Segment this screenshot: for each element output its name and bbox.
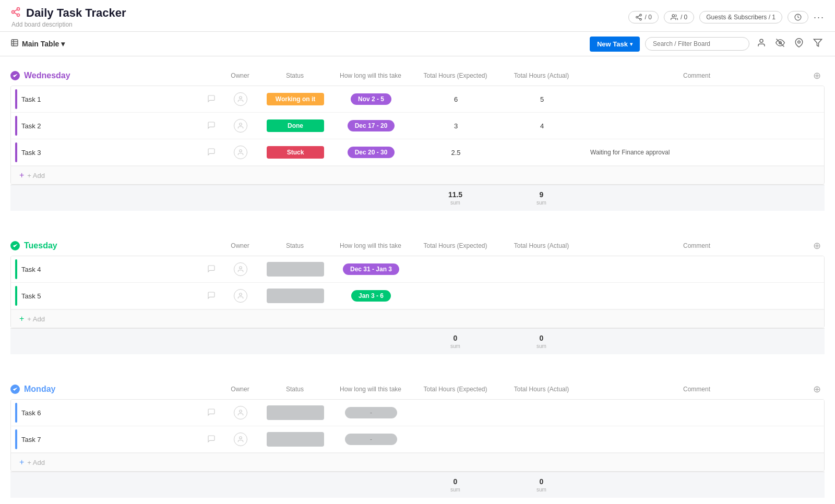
add-column-btn[interactable]: ⊕ bbox=[809, 70, 825, 81]
comment-cell[interactable] bbox=[585, 97, 824, 101]
col-owner: Owner bbox=[219, 242, 261, 249]
group-name[interactable]: Tuesday bbox=[24, 241, 57, 250]
add-task-row[interactable]: + + Add bbox=[11, 453, 824, 471]
hours-actual-cell[interactable] bbox=[499, 411, 585, 415]
add-column-btn[interactable]: ⊕ bbox=[809, 383, 825, 395]
task-name[interactable]: Task 5 bbox=[21, 292, 203, 300]
table-row[interactable]: Task 6 - bbox=[11, 400, 824, 426]
hours-expected-cell[interactable]: 3 bbox=[413, 120, 499, 132]
hours-expected-cell[interactable]: 2.5 bbox=[413, 147, 499, 159]
group-title-area: Monday bbox=[10, 385, 219, 394]
comment-cell[interactable]: Waiting for Finance approval bbox=[585, 147, 824, 158]
avatar[interactable] bbox=[234, 406, 247, 419]
hours-actual-cell[interactable] bbox=[499, 150, 585, 154]
comment-icon[interactable] bbox=[207, 94, 216, 104]
date-cell[interactable]: Dec 20 - 30 bbox=[329, 145, 413, 160]
date-cell[interactable]: Jan 3 - 6 bbox=[329, 288, 413, 304]
table-row[interactable]: Task 7 - bbox=[11, 426, 824, 453]
chevron-down-icon: ▾ bbox=[61, 40, 65, 48]
status-cell[interactable]: Working on it bbox=[261, 91, 329, 107]
hours-actual-cell[interactable] bbox=[499, 267, 585, 271]
table-row[interactable]: Task 2 Done Dec 17 - 20 3 4 bbox=[11, 113, 824, 139]
more-options-btn[interactable]: ··· bbox=[814, 12, 825, 23]
hours-expected-cell[interactable] bbox=[413, 294, 499, 298]
task-name[interactable]: Task 2 bbox=[21, 122, 203, 130]
comment-icon[interactable] bbox=[207, 265, 216, 274]
table-row[interactable]: Task 4 Dec 31 - Jan 3 bbox=[11, 256, 824, 283]
comment-cell[interactable] bbox=[585, 124, 824, 128]
hours-expected-cell[interactable] bbox=[413, 437, 499, 441]
status-cell[interactable]: Stuck bbox=[261, 144, 329, 161]
task-name[interactable]: Task 1 bbox=[21, 95, 203, 103]
status-cell[interactable] bbox=[261, 286, 329, 305]
task-name[interactable]: Task 3 bbox=[21, 149, 203, 157]
group-name[interactable]: Wednesday bbox=[24, 71, 70, 80]
date-cell[interactable]: Dec 31 - Jan 3 bbox=[329, 261, 413, 277]
board-description[interactable]: Add board description bbox=[11, 21, 126, 28]
avatar[interactable] bbox=[234, 92, 247, 106]
invite-count-btn[interactable]: / 0 bbox=[664, 11, 694, 23]
comment-cell[interactable] bbox=[585, 267, 824, 271]
task-name[interactable]: Task 4 bbox=[21, 266, 203, 273]
comment-cell[interactable] bbox=[585, 294, 824, 298]
col-actual: Total Hours (Actual) bbox=[498, 386, 584, 393]
comment-icon[interactable] bbox=[207, 291, 216, 301]
hours-actual-cell[interactable]: 4 bbox=[499, 120, 585, 132]
share-icon[interactable] bbox=[10, 7, 21, 20]
task-name[interactable]: Task 6 bbox=[21, 409, 203, 417]
table-row[interactable]: Task 1 Working on it Nov 2 - 5 6 5 bbox=[11, 86, 824, 113]
hours-expected-cell[interactable] bbox=[413, 267, 499, 271]
search-input[interactable] bbox=[645, 37, 749, 51]
svg-marker-20 bbox=[814, 39, 822, 46]
status-cell[interactable] bbox=[261, 403, 329, 422]
task-name[interactable]: Task 7 bbox=[21, 436, 203, 443]
filter-icon-btn[interactable] bbox=[811, 36, 825, 52]
hours-expected-cell[interactable] bbox=[413, 411, 499, 415]
comment-icon[interactable] bbox=[207, 408, 216, 418]
hours-actual-cell[interactable] bbox=[499, 437, 585, 441]
guests-btn[interactable]: Guests & Subscribers / 1 bbox=[699, 11, 782, 23]
avatar[interactable] bbox=[234, 119, 247, 133]
table-row[interactable]: Task 5 Jan 3 - 6 bbox=[11, 283, 824, 309]
summary-row-wednesday: 11.5 sum 9 sum bbox=[10, 185, 825, 211]
add-task-row[interactable]: + + Add bbox=[11, 309, 824, 328]
comment-cell[interactable] bbox=[585, 411, 824, 415]
add-task-label: + Add bbox=[27, 315, 45, 323]
pin-icon-btn[interactable] bbox=[792, 36, 806, 52]
date-badge: Dec 20 - 30 bbox=[348, 147, 395, 158]
comment-cell[interactable] bbox=[585, 437, 824, 441]
share-count-btn[interactable]: / 0 bbox=[628, 11, 659, 23]
main-table-btn[interactable]: Main Table ▾ bbox=[22, 40, 65, 48]
date-cell[interactable]: Dec 17 - 20 bbox=[329, 118, 413, 134]
col-actual: Total Hours (Actual) bbox=[498, 242, 584, 249]
comment-icon[interactable] bbox=[207, 148, 216, 158]
eye-icon-btn[interactable] bbox=[773, 36, 787, 52]
hours-actual-cell[interactable] bbox=[499, 294, 585, 298]
svg-point-7 bbox=[639, 18, 641, 20]
group-name[interactable]: Monday bbox=[24, 385, 55, 394]
add-column-btn[interactable]: ⊕ bbox=[809, 240, 825, 251]
date-badge: - bbox=[345, 434, 397, 445]
date-cell[interactable]: - bbox=[329, 431, 413, 447]
hours-expected-cell[interactable]: 6 bbox=[413, 93, 499, 105]
status-badge-working: Working on it bbox=[267, 93, 324, 105]
add-task-row[interactable]: + + Add bbox=[11, 166, 824, 184]
table-row[interactable]: Task 3 Stuck Dec 20 - 30 2.5 Waiting for… bbox=[11, 139, 824, 166]
new-task-button[interactable]: New Task ▾ bbox=[590, 37, 640, 52]
activity-btn[interactable] bbox=[788, 11, 808, 23]
date-cell[interactable]: Nov 2 - 5 bbox=[329, 91, 413, 107]
avatar[interactable] bbox=[234, 262, 247, 276]
status-cell[interactable] bbox=[261, 260, 329, 279]
sum-expected: 0 sum bbox=[412, 334, 498, 349]
date-cell[interactable]: - bbox=[329, 405, 413, 421]
comment-icon[interactable] bbox=[207, 435, 216, 445]
status-cell[interactable]: Done bbox=[261, 117, 329, 134]
avatar[interactable] bbox=[234, 289, 247, 303]
hours-actual-cell[interactable]: 5 bbox=[499, 93, 585, 105]
status-cell[interactable] bbox=[261, 430, 329, 449]
avatar[interactable] bbox=[234, 433, 247, 446]
group-bar bbox=[15, 429, 17, 449]
comment-icon[interactable] bbox=[207, 121, 216, 131]
user-icon-btn[interactable] bbox=[755, 36, 768, 52]
avatar[interactable] bbox=[234, 146, 247, 159]
